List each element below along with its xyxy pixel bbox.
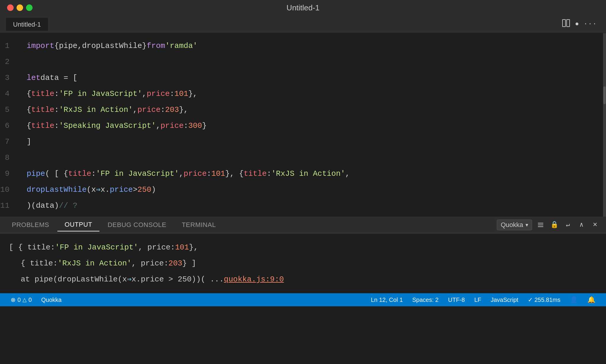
code-token: pipe [59,38,77,54]
code-token: : [54,102,59,118]
lock-icon[interactable]: 🔒 [549,220,559,230]
code-token: 300 [188,118,202,134]
code-token: { [54,38,59,54]
status-language[interactable]: JavaScript [486,293,523,306]
statusbar: ⊗ 0 △ 0 Quokka Ln 12, Col 1 Spaces: 2 UT… [0,293,606,306]
tab-output[interactable]: OUTPUT [57,218,99,231]
scrollbar-thumb[interactable] [603,86,606,104]
tab-bar: Untitled-1 ● ··· [0,15,606,33]
maximize-button[interactable] [26,4,33,11]
code-token: ) [151,182,156,198]
output-line: [ { title: 'FP in JavaScript', price: 10… [9,239,597,255]
code-token: 'ramda' [165,38,197,54]
code-token: : [54,118,59,134]
status-spaces[interactable]: Spaces: 2 [407,293,443,306]
chevron-up-icon[interactable]: ∧ [576,220,586,230]
status-timing[interactable]: ✓ 255.81ms [523,293,565,306]
code-line-10: dropLastWhile(x ⇒ x.price > 250) [24,182,603,198]
code-token: : [54,86,59,102]
close-button[interactable] [7,4,14,11]
chevron-down-icon: ▾ [526,222,528,228]
code-token: title [31,102,54,118]
line-numbers: 123456789101112 [0,33,24,217]
code-token: : [184,118,188,134]
more-actions-icon[interactable]: ··· [584,20,597,28]
code-token: : [161,102,165,118]
code-token: , [142,86,147,102]
split-editor-icon[interactable] [562,19,570,30]
quokka-label: Quokka [41,297,62,303]
code-token: { [27,86,31,102]
window-title: Untitled-1 [286,3,319,12]
titlebar: Untitled-1 [0,0,606,15]
code-token: price [161,118,184,134]
code-token: price [137,102,160,118]
code-token: import [27,38,54,54]
code-token: 'FP in JavaScript' [59,86,142,102]
code-line-1: import { pipe, dropLastWhile } from 'ram… [24,38,603,54]
status-right-group: Ln 12, Col 1 Spaces: 2 UTF-8 LF JavaScri… [366,293,600,306]
code-token: from [147,38,165,54]
position-label: Ln 12, Col 1 [371,297,403,303]
code-token: { [27,118,31,134]
editor-scrollbar[interactable] [603,33,606,217]
unsaved-dot-icon: ● [575,20,579,28]
code-token: 'FP in JavaScript' [96,166,179,182]
code-line-6: { title: 'Speaking JavaScript', price: 3… [24,118,603,134]
quokka-link[interactable]: quokka.js:9:0 [224,271,284,287]
status-position[interactable]: Ln 12, Col 1 [366,293,407,306]
code-token: price [110,182,133,198]
wrap-output-icon[interactable]: ↵ [563,220,573,230]
tab-terminal[interactable]: TERMINAL [175,219,223,231]
code-token: 'RxJS in Action' [271,166,345,182]
panel-tab-bar: PROBLEMS OUTPUT DEBUG CONSOLE TERMINAL Q… [0,217,606,233]
window-controls [7,4,33,11]
code-token: 'Speaking JavaScript' [59,118,156,134]
code-token: (x [87,182,96,198]
code-token: , [78,38,82,54]
code-token: ( [ { [45,166,68,182]
output-source-dropdown[interactable]: Quokka ▾ [497,220,532,230]
code-token: 250 [138,182,152,198]
code-line-4: { title: 'FP in JavaScript', price: 101 … [24,86,603,102]
spaces-label: Spaces: 2 [412,297,439,303]
status-line-ending[interactable]: LF [470,293,486,306]
output-content: [ { title: 'FP in JavaScript', price: 10… [0,233,606,293]
code-token: 'RxJS in Action' [59,102,133,118]
panel-controls: Quokka ▾ 🔒 ↵ ∧ × [497,220,600,230]
editor-toolbar: ● ··· [562,19,597,30]
code-token: } [202,118,207,134]
code-editor[interactable]: import { pipe, dropLastWhile } from 'ram… [24,33,603,217]
code-token: 101 [174,86,188,102]
panel-body: [ { title: 'FP in JavaScript', price: 10… [0,233,606,293]
status-errors[interactable]: ⊗ 0 △ 0 [6,293,36,306]
tab-label: Untitled-1 [13,21,41,28]
code-token: ⇒ [96,182,101,198]
code-token: x. [101,182,110,198]
code-token: : [91,166,96,182]
status-encoding[interactable]: UTF-8 [443,293,470,306]
minimize-button[interactable] [17,4,23,11]
status-person-icon[interactable]: 👤 [565,293,583,306]
svg-rect-1 [567,20,570,27]
editor-tab[interactable]: Untitled-1 [6,18,48,31]
status-bell-icon[interactable]: 🔔 [583,293,600,306]
bottom-panel: PROBLEMS OUTPUT DEBUG CONSOLE TERMINAL Q… [0,217,606,293]
code-token: title [68,166,91,182]
code-token: dropLastWhile [27,182,87,198]
clear-output-icon[interactable] [536,220,546,230]
error-count: 0 [17,297,21,303]
status-quokka[interactable]: Quokka [36,293,66,306]
tab-problems[interactable]: PROBLEMS [5,219,56,231]
code-token: }, [188,86,197,102]
code-token: : [267,166,271,182]
code-token: // ? [59,198,77,214]
close-panel-icon[interactable]: × [590,220,600,230]
code-token: }, { [225,166,244,182]
code-token: price [184,166,207,182]
output-line: at pipe(dropLastWhile(x ⇒ x.price > 250)… [9,271,597,287]
tab-debug-console[interactable]: DEBUG CONSOLE [101,219,173,231]
code-token: title [31,118,54,134]
code-token: 101 [211,166,225,182]
code-token: price [147,86,170,102]
